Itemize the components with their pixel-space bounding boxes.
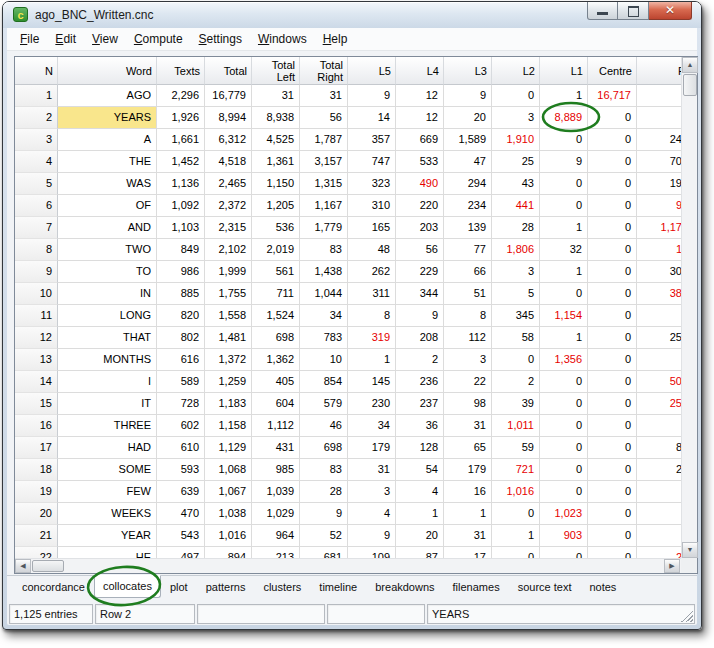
- value-cell[interactable]: 1,524: [252, 305, 300, 327]
- value-cell[interactable]: 0: [588, 547, 637, 558]
- value-cell[interactable]: 536: [252, 217, 300, 239]
- word-cell[interactable]: TO: [58, 261, 157, 283]
- value-cell[interactable]: 12: [396, 85, 444, 107]
- value-cell[interactable]: 47: [444, 151, 492, 173]
- value-cell[interactable]: 310: [348, 195, 396, 217]
- value-cell[interactable]: 0: [588, 239, 637, 261]
- column-header-r1[interactable]: R1: [637, 57, 681, 85]
- value-cell[interactable]: 319: [348, 327, 396, 349]
- value-cell[interactable]: 0: [540, 481, 588, 503]
- column-header-total[interactable]: Total: [205, 57, 252, 85]
- value-cell[interactable]: 0: [588, 481, 637, 503]
- column-header-total-right[interactable]: Total Right: [300, 57, 348, 85]
- value-cell[interactable]: 220: [396, 195, 444, 217]
- value-cell[interactable]: 1,779: [300, 217, 348, 239]
- tab-collocates[interactable]: collocates: [94, 575, 161, 598]
- value-cell[interactable]: 681: [300, 547, 348, 558]
- value-cell[interactable]: 9: [300, 503, 348, 525]
- value-cell[interactable]: 17: [444, 547, 492, 558]
- value-cell[interactable]: 0: [588, 503, 637, 525]
- value-cell[interactable]: 0: [540, 437, 588, 459]
- column-header-l3[interactable]: L3: [444, 57, 492, 85]
- value-cell[interactable]: 31: [444, 525, 492, 547]
- value-cell[interactable]: [637, 503, 681, 525]
- value-cell[interactable]: 128: [396, 437, 444, 459]
- value-cell[interactable]: 4,525: [252, 129, 300, 151]
- value-cell[interactable]: 885: [157, 283, 205, 305]
- value-cell[interactable]: 728: [157, 393, 205, 415]
- value-cell[interactable]: 24: [637, 129, 681, 151]
- value-cell[interactable]: 1,039: [252, 481, 300, 503]
- column-header-l5[interactable]: L5: [348, 57, 396, 85]
- value-cell[interactable]: 6,312: [205, 129, 252, 151]
- word-cell[interactable]: WAS: [58, 173, 157, 195]
- value-cell[interactable]: 0: [588, 371, 637, 393]
- value-cell[interactable]: 610: [157, 437, 205, 459]
- value-cell[interactable]: 36: [396, 415, 444, 437]
- value-cell[interactable]: [637, 349, 681, 371]
- value-cell[interactable]: 1: [540, 261, 588, 283]
- table-row[interactable]: 2YEARS1,9268,9948,9385614122038,8890: [15, 107, 681, 129]
- value-cell[interactable]: 34: [300, 305, 348, 327]
- column-header-l2[interactable]: L2: [492, 57, 540, 85]
- value-cell[interactable]: 32: [540, 239, 588, 261]
- value-cell[interactable]: 1: [396, 503, 444, 525]
- value-cell[interactable]: [637, 305, 681, 327]
- value-cell[interactable]: 721: [492, 459, 540, 481]
- value-cell[interactable]: 236: [396, 371, 444, 393]
- value-cell[interactable]: 2,019: [252, 239, 300, 261]
- value-cell[interactable]: 0: [588, 129, 637, 151]
- value-cell[interactable]: 533: [396, 151, 444, 173]
- value-cell[interactable]: 229: [396, 261, 444, 283]
- value-cell[interactable]: 25: [637, 393, 681, 415]
- value-cell[interactable]: 65: [444, 437, 492, 459]
- value-cell[interactable]: 1: [540, 327, 588, 349]
- value-cell[interactable]: 237: [396, 393, 444, 415]
- scroll-down-button[interactable]: ▼: [682, 542, 698, 558]
- value-cell[interactable]: 4: [396, 481, 444, 503]
- value-cell[interactable]: 8,938: [252, 107, 300, 129]
- table-row[interactable]: 4THE1,4524,5181,3613,15774753347259070: [15, 151, 681, 173]
- menu-item-edit[interactable]: Edit: [47, 29, 84, 49]
- value-cell[interactable]: 2: [492, 371, 540, 393]
- value-cell[interactable]: 9: [348, 85, 396, 107]
- word-cell[interactable]: AND: [58, 217, 157, 239]
- value-cell[interactable]: 1,438: [300, 261, 348, 283]
- word-cell[interactable]: TWO: [58, 239, 157, 261]
- table-row[interactable]: 18SOME5931,068985833154179721002: [15, 459, 681, 481]
- value-cell[interactable]: 56: [396, 239, 444, 261]
- word-cell[interactable]: HE: [58, 547, 157, 558]
- value-cell[interactable]: 0: [540, 393, 588, 415]
- word-cell[interactable]: A: [58, 129, 157, 151]
- value-cell[interactable]: 1,023: [540, 503, 588, 525]
- word-cell[interactable]: FEW: [58, 481, 157, 503]
- value-cell[interactable]: 25: [492, 151, 540, 173]
- value-cell[interactable]: 1,092: [157, 195, 205, 217]
- word-cell[interactable]: LONG: [58, 305, 157, 327]
- value-cell[interactable]: 1,016: [492, 481, 540, 503]
- column-header-l4[interactable]: L4: [396, 57, 444, 85]
- value-cell[interactable]: 8,994: [205, 107, 252, 129]
- value-cell[interactable]: 2: [637, 459, 681, 481]
- table-row[interactable]: 10IN8851,7557111,0443113445150038: [15, 283, 681, 305]
- value-cell[interactable]: 470: [157, 503, 205, 525]
- value-cell[interactable]: 1,154: [540, 305, 588, 327]
- value-cell[interactable]: 1,372: [205, 349, 252, 371]
- value-cell[interactable]: 1: [540, 85, 588, 107]
- value-cell[interactable]: 561: [252, 261, 300, 283]
- tab-notes[interactable]: notes: [580, 576, 625, 599]
- table-row[interactable]: 7AND1,1032,3155361,77916520313928101,17: [15, 217, 681, 239]
- value-cell[interactable]: 77: [444, 239, 492, 261]
- menu-item-file[interactable]: File: [12, 29, 47, 49]
- value-cell[interactable]: 431: [252, 437, 300, 459]
- value-cell[interactable]: 345: [492, 305, 540, 327]
- value-cell[interactable]: 0: [540, 129, 588, 151]
- value-cell[interactable]: 2,296: [157, 85, 205, 107]
- value-cell[interactable]: 12: [396, 107, 444, 129]
- value-cell[interactable]: 602: [157, 415, 205, 437]
- value-cell[interactable]: 1,183: [205, 393, 252, 415]
- value-cell[interactable]: 1,315: [300, 173, 348, 195]
- value-cell[interactable]: 234: [444, 195, 492, 217]
- value-cell[interactable]: 3,157: [300, 151, 348, 173]
- value-cell[interactable]: 323: [348, 173, 396, 195]
